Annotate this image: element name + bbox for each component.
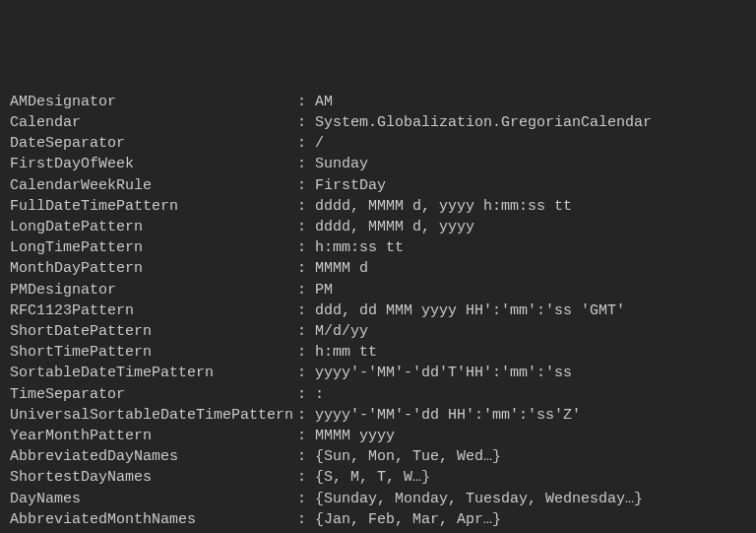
property-value: dddd, MMMM d, yyyy [315, 219, 474, 235]
console-output: AMDesignator:AMCalendar:System.Globaliza… [10, 92, 746, 533]
property-key: FirstDayOfWeek [10, 154, 297, 174]
property-row: CalendarWeekRule:FirstDay [10, 175, 746, 196]
property-value: MMMM d [315, 260, 368, 277]
separator: : [297, 280, 315, 300]
separator: : [297, 405, 315, 426]
property-key: YearMonthPattern [10, 426, 297, 446]
property-value: / [315, 135, 324, 152]
separator: : [297, 258, 315, 279]
property-key: TimeSeparator [10, 384, 297, 405]
property-row: SortableDateTimePattern:yyyy'-'MM'-'dd'T… [10, 363, 746, 383]
property-row: LongDatePattern:dddd, MMMM d, yyyy [10, 217, 746, 237]
property-key: ShortTimePattern [10, 342, 297, 363]
separator: : [297, 321, 315, 342]
property-value: System.Globalization.GregorianCalendar [315, 114, 652, 131]
property-value: h:mm tt [315, 344, 377, 361]
separator: : [297, 489, 315, 509]
property-key: AMDesignator [10, 92, 297, 112]
property-value: dddd, MMMM d, yyyy h:mm:ss tt [315, 198, 572, 215]
property-key: ShortDatePattern [10, 321, 297, 342]
separator: : [297, 384, 315, 405]
separator: : [297, 342, 315, 363]
separator: : [297, 175, 315, 196]
property-key: CalendarWeekRule [10, 175, 297, 196]
property-row: MonthDayPattern:MMMM d [10, 258, 746, 279]
property-key: AbbreviatedMonthNames [10, 509, 297, 530]
property-value: M/d/yy [315, 323, 368, 340]
property-key: FullDateTimePattern [10, 196, 297, 217]
property-row: ShortestDayNames:{S, M, T, W…} [10, 467, 746, 488]
property-key: MonthDayPattern [10, 258, 297, 279]
property-key: DateSeparator [10, 133, 297, 154]
property-value: yyyy'-'MM'-'dd HH':'mm':'ss'Z' [315, 407, 581, 424]
separator: : [297, 133, 315, 154]
property-key: UniversalSortableDateTimePattern [10, 405, 297, 426]
property-row: DateSeparator:/ [10, 133, 746, 154]
separator: : [297, 446, 315, 467]
property-row: AMDesignator:AM [10, 92, 746, 112]
property-key: LongDatePattern [10, 217, 297, 237]
separator: : [297, 426, 315, 446]
property-key: Calendar [10, 112, 297, 133]
property-value: : [315, 386, 324, 403]
separator: : [297, 467, 315, 488]
property-row: AbbreviatedMonthNames:{Jan, Feb, Mar, Ap… [10, 509, 746, 530]
property-row: AbbreviatedDayNames:{Sun, Mon, Tue, Wed…… [10, 446, 746, 467]
property-key: LongTimePattern [10, 237, 297, 258]
separator: : [297, 300, 315, 321]
property-key: SortableDateTimePattern [10, 363, 297, 383]
property-row: PMDesignator:PM [10, 280, 746, 300]
property-value: Sunday [315, 156, 368, 172]
separator: : [297, 92, 315, 112]
property-row: FullDateTimePattern:dddd, MMMM d, yyyy h… [10, 196, 746, 217]
property-key: ShortestDayNames [10, 467, 297, 488]
separator: : [297, 196, 315, 217]
property-row: ShortDatePattern:M/d/yy [10, 321, 746, 342]
separator: : [297, 509, 315, 530]
property-value: yyyy'-'MM'-'dd'T'HH':'mm':'ss [315, 365, 572, 381]
property-row: RFC1123Pattern:ddd, dd MMM yyyy HH':'mm'… [10, 300, 746, 321]
property-value: MMMM yyyy [315, 428, 395, 444]
property-value: {Sunday, Monday, Tuesday, Wednesday…} [315, 491, 643, 507]
property-value: {S, M, T, W…} [315, 469, 430, 486]
property-key: PMDesignator [10, 280, 297, 300]
separator: : [297, 112, 315, 133]
property-row: LongTimePattern:h:mm:ss tt [10, 237, 746, 258]
property-key: RFC1123Pattern [10, 300, 297, 321]
property-value: PM [315, 282, 333, 299]
property-row: UniversalSortableDateTimePattern:yyyy'-'… [10, 405, 746, 426]
property-value: ddd, dd MMM yyyy HH':'mm':'ss 'GMT' [315, 302, 625, 319]
property-row: ShortTimePattern:h:mm tt [10, 342, 746, 363]
property-value: FirstDay [315, 177, 386, 194]
property-row: YearMonthPattern:MMMM yyyy [10, 426, 746, 446]
property-row: DayNames:{Sunday, Monday, Tuesday, Wedne… [10, 489, 746, 509]
property-row: TimeSeparator:: [10, 384, 746, 405]
property-key: AbbreviatedDayNames [10, 446, 297, 467]
property-value: {Jan, Feb, Mar, Apr…} [315, 511, 501, 528]
separator: : [297, 217, 315, 237]
property-value: {Sun, Mon, Tue, Wed…} [315, 448, 501, 465]
property-value: h:mm:ss tt [315, 239, 404, 256]
property-row: Calendar:System.Globalization.GregorianC… [10, 112, 746, 133]
separator: : [297, 363, 315, 383]
separator: : [297, 237, 315, 258]
property-key: DayNames [10, 489, 297, 509]
separator: : [297, 154, 315, 174]
property-value: AM [315, 94, 333, 110]
property-row: FirstDayOfWeek:Sunday [10, 154, 746, 174]
